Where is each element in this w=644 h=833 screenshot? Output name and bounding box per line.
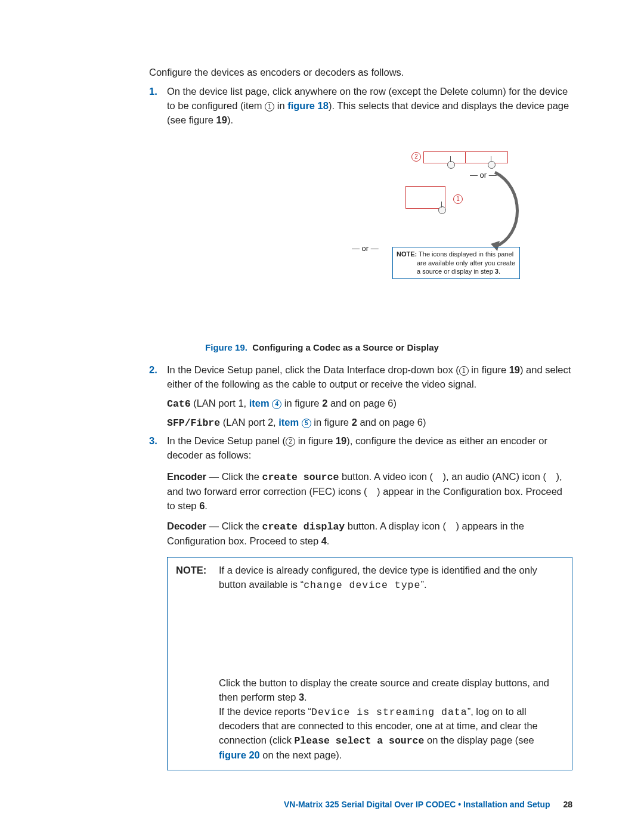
pointer-icon [488, 161, 496, 169]
circled-4-icon: 4 [272, 400, 281, 409]
main-content-cont: 2. In the Device Setup panel, click the … [149, 363, 572, 549]
diagram-box [465, 151, 508, 163]
item-5-link[interactable]: item 5 [278, 417, 311, 428]
page-number: 28 [563, 800, 572, 809]
step-1-num: 1. [149, 85, 157, 99]
cat6-option: Cat6 (LAN port 1, item 4 in figure 2 and… [167, 397, 572, 411]
or-label: — or — [352, 244, 379, 253]
main-content: Configure the devices as encoders or dec… [149, 66, 572, 128]
note-label: NOTE: [176, 563, 219, 763]
figure-19-caption: Figure 19. Configuring a Codec as a Sour… [72, 342, 572, 352]
circled-1-icon: 1 [459, 366, 469, 376]
circled-1-icon: 1 [265, 102, 274, 112]
note-label: NOTE: [397, 250, 417, 258]
step-3-num: 3. [149, 434, 157, 448]
diagram-box [423, 151, 466, 163]
diagram-box [405, 186, 445, 209]
pointer-icon [447, 161, 455, 169]
intro-text: Configure the devices as encoders or dec… [149, 66, 572, 80]
item-4-link[interactable]: item 4 [249, 398, 282, 408]
circled-2-icon: 2 [286, 437, 295, 447]
decoder-sub: Decoder — Click the create display butto… [167, 519, 572, 549]
figure-20-link[interactable]: figure 20 [219, 750, 260, 760]
note-body: If a device is already configured, the d… [219, 563, 564, 763]
figure-19-diagram: 2 — or — 1 — or — NOTE: The icons displa… [167, 145, 572, 324]
step-1-text: On the device list page, click anywhere … [167, 86, 569, 125]
arrow-curve-icon [489, 169, 531, 253]
step-2: 2. In the Device Setup panel, click the … [149, 363, 572, 431]
footer-title: VN-Matrix 325 Serial Digital Over IP COD… [284, 800, 550, 809]
circled-5-icon: 5 [302, 419, 311, 428]
figure-18-link[interactable]: figure 18 [287, 100, 329, 111]
note-image-placeholder [219, 593, 564, 676]
step-1: 1. On the device list page, click anywhe… [149, 85, 572, 128]
page: Configure the devices as encoders or dec… [0, 0, 644, 833]
sfp-option: SFP/Fibre (LAN port 2, item 5 in figure … [167, 416, 572, 431]
callout-2-icon: 2 [411, 152, 421, 162]
encoder-sub: Encoder — Click the create source button… [167, 470, 572, 513]
figure-note-box: NOTE: The icons displayed in this panel … [392, 247, 520, 280]
step-2-num: 2. [149, 363, 157, 377]
callout-1-icon: 1 [453, 194, 463, 204]
page-footer: VN-Matrix 325 Serial Digital Over IP COD… [284, 800, 572, 809]
step-3: 3. In the Device Setup panel (2 in figur… [149, 434, 572, 548]
pointer-icon [438, 206, 446, 214]
note-box: NOTE: If a device is already configured,… [167, 557, 572, 770]
